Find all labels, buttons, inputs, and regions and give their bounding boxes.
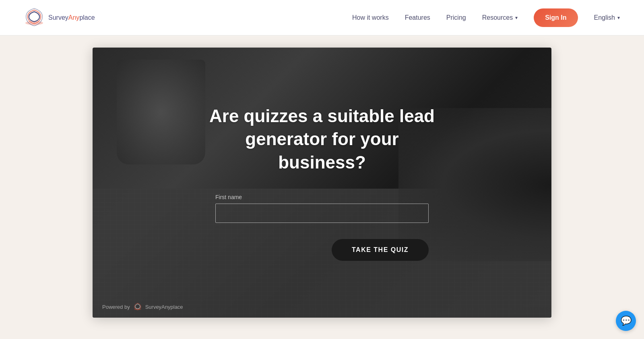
hero-card: Are quizzes a suitable lead generator fo… xyxy=(93,48,551,318)
hero-content: Are quizzes a suitable lead generator fo… xyxy=(93,48,551,318)
powered-by-footer: Powered by SurveyAnyplace xyxy=(102,302,183,311)
first-name-label: First name xyxy=(215,194,429,200)
language-chevron-icon: ▾ xyxy=(617,15,620,21)
site-header: SurveyAnyplace How it works Features Pri… xyxy=(0,0,644,35)
signin-button[interactable]: Sign In xyxy=(534,8,578,27)
logo-text: SurveyAnyplace xyxy=(48,14,95,21)
nav-resources[interactable]: Resources ▾ xyxy=(482,14,518,21)
cta-wrapper: TAKE THE QUIZ xyxy=(215,235,429,261)
first-name-group: First name xyxy=(215,194,429,223)
nav-resources-label: Resources xyxy=(482,14,513,21)
logo-place: place xyxy=(79,14,95,21)
nav-features[interactable]: Features xyxy=(405,14,430,21)
nav-how-it-works[interactable]: How it works xyxy=(352,14,389,21)
chat-icon: 💬 xyxy=(621,316,632,326)
language-selector[interactable]: English ▾ xyxy=(594,14,620,21)
powered-by-brand: SurveyAnyplace xyxy=(145,304,183,310)
chat-bubble-button[interactable]: 💬 xyxy=(616,311,636,331)
logo[interactable]: SurveyAnyplace xyxy=(24,8,95,28)
hero-title: Are quizzes a suitable lead generator fo… xyxy=(201,104,443,174)
main-content: Are quizzes a suitable lead generator fo… xyxy=(0,35,644,339)
language-label: English xyxy=(594,14,615,21)
logo-survey: Survey xyxy=(48,14,68,21)
main-nav: How it works Features Pricing Resources … xyxy=(352,8,620,27)
chevron-down-icon: ▾ xyxy=(515,15,518,21)
powered-by-text: Powered by xyxy=(102,304,130,310)
powered-by-logo-icon xyxy=(133,302,142,311)
first-name-input[interactable] xyxy=(215,204,429,223)
logo-any: Any xyxy=(68,14,80,21)
nav-pricing[interactable]: Pricing xyxy=(446,14,466,21)
take-quiz-button[interactable]: TAKE THE QUIZ xyxy=(332,239,429,261)
logo-icon xyxy=(24,8,44,28)
